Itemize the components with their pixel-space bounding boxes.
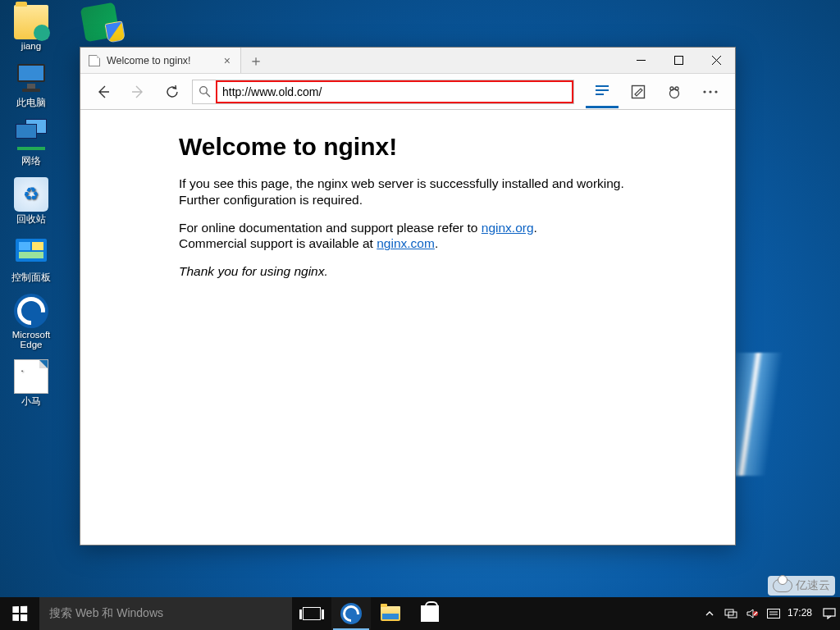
link-nginx-org[interactable]: nginx.org	[482, 221, 534, 235]
tab-close-button[interactable]: ×	[221, 54, 234, 67]
more-button[interactable]	[694, 75, 727, 108]
desktop-icon-textfile[interactable]: 小马	[2, 359, 61, 408]
tray-keyboard-icon[interactable]	[766, 606, 781, 621]
svg-rect-1	[674, 57, 682, 65]
browser-titlebar[interactable]: Welcome to nginx! × ＋	[80, 48, 735, 74]
window-minimize-button[interactable]	[622, 48, 660, 73]
watermark-text: 亿速云	[796, 578, 830, 593]
desktop-icon-forms[interactable]	[71, 5, 130, 41]
desktop-icon-label: 小马	[21, 395, 41, 408]
taskbar-edge[interactable]	[331, 597, 371, 630]
tray-network-icon[interactable]	[724, 606, 738, 621]
store-icon	[421, 605, 439, 622]
taskbar-store[interactable]	[410, 597, 450, 630]
task-view-button[interactable]	[292, 597, 331, 630]
edge-icon	[14, 294, 48, 328]
page-icon	[89, 55, 100, 66]
network-icon	[14, 119, 48, 153]
address-input[interactable]	[216, 80, 573, 103]
svg-point-13	[703, 90, 705, 93]
svg-line-5	[206, 93, 210, 97]
window-controls	[622, 48, 735, 73]
new-tab-button[interactable]: ＋	[241, 48, 271, 73]
page-paragraph: If you see this page, the nginx web serv…	[179, 176, 645, 208]
watermark: 亿速云	[768, 576, 835, 596]
file-explorer-icon	[381, 606, 400, 621]
page-thanks: Thank you for using nginx.	[179, 263, 645, 280]
share-button[interactable]	[658, 75, 691, 108]
desktop-icon-edge[interactable]: Microsoft Edge	[2, 294, 61, 349]
search-icon	[193, 85, 216, 98]
tray-show-hidden-icon[interactable]	[702, 606, 717, 621]
svg-rect-23	[824, 609, 835, 616]
svg-rect-20	[767, 609, 779, 619]
recycle-bin-icon	[14, 177, 48, 212]
system-tray: 17:28	[699, 597, 840, 630]
address-bar[interactable]	[192, 80, 574, 104]
tray-clock[interactable]: 17:28	[788, 608, 815, 619]
desktop-icon-label: 网络	[21, 155, 41, 167]
svg-point-14	[709, 90, 711, 93]
start-button[interactable]	[0, 597, 39, 630]
desktop-icon-control-panel[interactable]: 控制面板	[2, 235, 61, 284]
refresh-button[interactable]	[158, 77, 187, 107]
web-note-button[interactable]	[622, 75, 655, 108]
desktop-icon-this-pc[interactable]: 此电脑	[2, 61, 61, 109]
toolbar-right-group	[586, 75, 727, 108]
control-panel-icon	[14, 235, 48, 270]
taskbar-search[interactable]: 搜索 Web 和 Windows	[39, 597, 292, 630]
svg-point-11	[670, 87, 673, 90]
desktop-icon-label: 控制面板	[11, 272, 51, 284]
taskbar-search-placeholder: 搜索 Web 和 Windows	[49, 606, 163, 621]
window-close-button[interactable]	[697, 48, 735, 73]
task-view-icon	[303, 607, 321, 620]
desktop-icon-jiang[interactable]: jiang	[2, 5, 61, 51]
svg-rect-9	[632, 85, 645, 98]
window-maximize-button[interactable]	[660, 48, 697, 73]
browser-tab[interactable]: Welcome to nginx! ×	[80, 48, 241, 73]
desktop-icon-label: 此电脑	[16, 97, 46, 109]
cloud-icon	[773, 579, 792, 592]
link-nginx-com[interactable]: nginx.com	[377, 236, 435, 250]
this-pc-icon	[14, 61, 48, 95]
forms-shield-icon	[80, 2, 121, 43]
page-paragraph: For online documentation and support ple…	[179, 220, 645, 253]
back-button[interactable]	[89, 77, 118, 107]
reading-view-button[interactable]	[586, 75, 619, 108]
folder-user-icon	[14, 5, 48, 39]
svg-point-12	[675, 87, 678, 90]
windows-logo-icon	[12, 606, 27, 622]
desktop-icon-network[interactable]: 网络	[2, 119, 61, 167]
svg-point-15	[714, 90, 717, 93]
tray-action-center-icon[interactable]	[822, 606, 837, 621]
page-heading: Welcome to nginx!	[179, 133, 645, 161]
taskbar: 搜索 Web 和 Windows 17:28	[0, 597, 840, 630]
text-file-icon	[14, 359, 48, 394]
forward-button[interactable]	[123, 77, 153, 107]
svg-point-4	[199, 87, 207, 94]
page-content: Welcome to nginx! If you see this page, …	[80, 110, 735, 545]
tray-volume-icon[interactable]	[745, 606, 760, 621]
browser-toolbar	[80, 74, 735, 110]
taskbar-file-explorer[interactable]	[371, 597, 410, 630]
desktop-icon-label: jiang	[21, 41, 41, 51]
desktop-icon-label: Microsoft Edge	[2, 330, 61, 349]
edge-browser-window: Welcome to nginx! × ＋	[80, 47, 736, 546]
desktop-icons: jiang 此电脑 网络 回收站 控制面板 Microsoft Edge 小马	[0, 0, 62, 408]
edge-icon	[340, 603, 362, 624]
tab-title: Welcome to nginx!	[107, 55, 191, 66]
clock-time: 17:28	[788, 608, 812, 619]
desktop-icon-label: 回收站	[16, 213, 46, 226]
taskbar-pinned	[292, 597, 450, 630]
desktop-icon-recycle-bin[interactable]: 回收站	[2, 177, 61, 226]
